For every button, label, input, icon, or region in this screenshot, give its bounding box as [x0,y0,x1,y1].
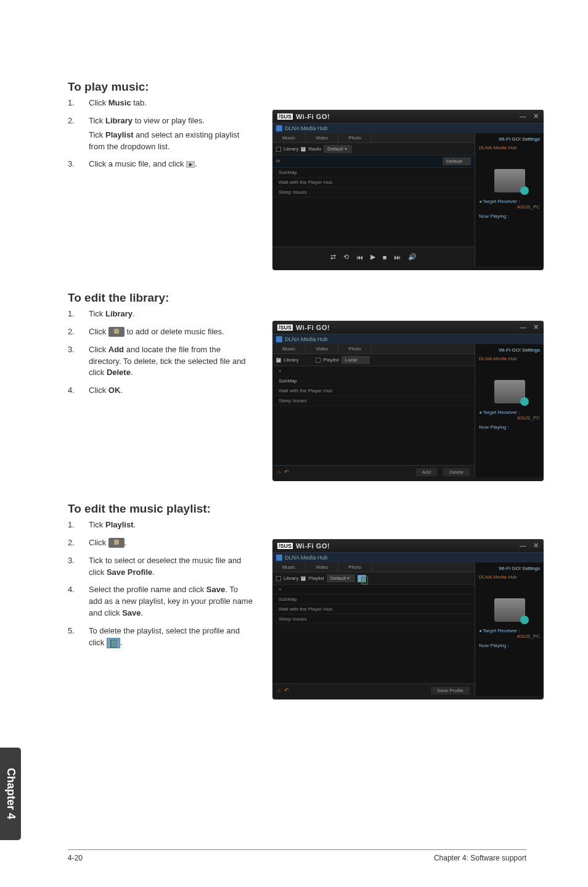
step-text: Click a music file, and click . [89,159,253,170]
play-icon[interactable]: ▶ [370,253,375,261]
step: 2. Click . [68,537,253,549]
heading-edit-library: To edit the library: [68,291,265,305]
library-check[interactable] [276,147,281,152]
add-button[interactable]: Add [416,468,437,476]
asus-logo: /SUS [277,543,293,549]
list-line: SubMap [272,376,475,386]
player-controls: ⇄ ⟲ ⏮ ▶ ■ ⏭ 🔊 [272,247,475,266]
device-icon [494,380,525,403]
window-titlebar: /SUS Wi-Fi GO! — ✕ [272,539,544,553]
tab-music[interactable]: Music [272,133,306,142]
target-value: ASUS_PC [479,633,540,639]
library-check[interactable] [276,576,281,581]
close-icon[interactable]: ✕ [533,323,539,331]
selector-row: Library Playlist Local [272,354,475,366]
step-text: Tick Library to view or play files. Tick… [89,115,253,153]
step: 3. Tick to select or deselect the music … [68,555,253,579]
tab-video[interactable]: Video [306,133,338,142]
list-line: Wait with the Player Hub [272,604,475,614]
step-num: 2. [68,326,89,338]
hub-bar: DLNA Media Hub [272,123,544,133]
home-icon[interactable]: ⌂ [277,687,280,693]
side-hub-label: DLNA Media Hub [479,356,540,361]
hub-bar: DLNA Media Hub [272,334,544,344]
shuffle-icon[interactable]: ⇄ [330,253,336,261]
selector-row: Library Playlist Default [272,572,475,585]
trash-icon[interactable] [357,575,366,582]
side-panel: Wi-Fi GO! Settings DLNA Media Hub Target… [475,563,544,696]
dropdown-default[interactable]: Default [327,574,355,582]
minimize-icon[interactable]: — [520,113,526,120]
list-line: × [272,366,475,376]
repeat-icon[interactable]: ⟲ [343,253,349,261]
list-line: SubMap [272,168,475,178]
step-text: Click . [89,537,253,549]
tab-photo[interactable]: Photo [338,133,372,142]
tab-photo[interactable]: Photo [338,344,372,353]
tab-video[interactable]: Video [306,344,338,353]
close-icon[interactable]: ✕ [533,112,539,120]
asus-logo: /SUS [277,113,293,120]
side-hub-label: DLNA Media Hub [479,574,540,580]
bottom-bar: ⌂ ↶ Add Delete [272,465,475,477]
step-text: Click OK. [89,385,253,397]
radio-check[interactable] [301,147,306,152]
target-label: Target Receiver : [479,410,540,415]
step-text: Click to add or delete music files. [89,326,253,338]
window-titlebar: /SUS Wi-Fi GO! — ✕ [272,110,544,123]
footer-chapter: Chapter 4: Software support [434,854,526,862]
volume-icon[interactable]: 🔊 [408,253,417,261]
tab-video[interactable]: Video [306,563,338,572]
tab-music[interactable]: Music [272,344,306,353]
home-icon[interactable]: ⌂ [277,469,280,475]
prev-icon[interactable]: ⏮ [356,254,363,261]
side-panel: Wi-Fi GO! Settings DLNA Media Hub Target… [475,344,544,477]
step-num: 2. [68,537,89,549]
trash-icon [107,638,120,648]
dropdown-default[interactable]: Default [324,145,352,153]
step: 1. Click Music tab. [68,97,253,109]
save-profile-button[interactable]: Save Profile [431,687,470,695]
asus-logo: /SUS [277,324,293,331]
delete-button[interactable]: Delete [443,468,470,476]
next-icon[interactable]: ⏭ [394,254,401,261]
settings-link[interactable]: Wi-Fi GO! Settings [479,566,540,571]
library-check[interactable] [276,358,281,363]
tab-music[interactable]: Music [272,563,306,572]
play-icon [186,161,195,168]
step: 1. Tick Playlist. [68,519,253,531]
step-num: 5. [68,625,89,649]
dropdown-default2[interactable]: Default [443,157,471,165]
list-line: Wait with the Player Hub [272,386,475,396]
settings-link[interactable]: Wi-Fi GO! Settings [479,136,540,142]
settings-link[interactable]: Wi-Fi GO! Settings [479,347,540,353]
step-num: 1. [68,97,89,109]
screenshot-music-player: /SUS Wi-Fi GO! — ✕ DLNA Media Hub Music … [272,110,544,270]
bottom-bar: ⌂ ↶ Save Profile [272,683,475,696]
step-num: 4. [68,584,89,619]
minimize-icon[interactable]: — [520,542,526,550]
step: 4. Click OK. [68,385,253,397]
now-playing-label: Now Playing : [479,424,540,430]
playlist-check[interactable] [301,576,306,581]
list-line: Wait with the Player Hub [272,178,475,188]
side-panel: Wi-Fi GO! Settings DLNA Media Hub Target… [475,133,544,266]
tab-photo[interactable]: Photo [338,563,372,572]
back-icon[interactable]: ↶ [284,469,289,475]
minimize-icon[interactable]: — [520,324,526,331]
stop-icon[interactable]: ■ [383,254,387,261]
dropdown-local[interactable]: Local [341,356,370,364]
target-label: Target Receiver : [479,628,540,633]
screenshot-edit-library: /SUS Wi-Fi GO! — ✕ DLNA Media Hub Music … [272,321,544,481]
list-line: × [272,585,475,595]
close-icon[interactable]: ✕ [533,542,539,550]
edit-icon [108,327,125,337]
now-playing-label: Now Playing : [479,213,540,219]
step-text: Tick Library. [89,308,253,320]
step-num: 2. [68,115,89,153]
back-icon[interactable]: ↶ [284,687,289,693]
list-line: SubMap [272,595,475,604]
step: 1. Tick Library. [68,308,253,320]
step-num: 4. [68,385,89,397]
playlist-check[interactable] [316,358,321,363]
